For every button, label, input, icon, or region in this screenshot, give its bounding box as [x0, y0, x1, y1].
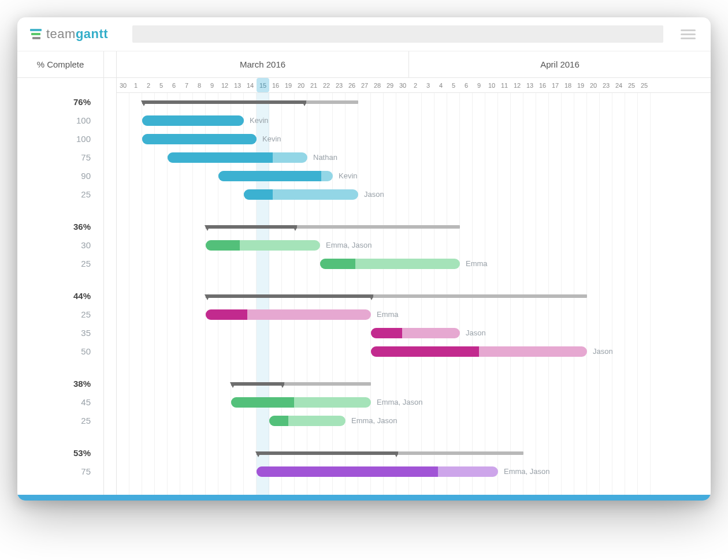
assignee-label: Emma, Jason — [326, 240, 372, 251]
task-bar[interactable]: Kevin — [218, 171, 333, 181]
header-gap — [104, 51, 117, 77]
summary-row — [117, 218, 711, 236]
task-bar-progress — [206, 309, 247, 320]
task-row: Kevin — [117, 167, 711, 185]
assignee-label: Kevin — [262, 134, 281, 144]
task-bar[interactable]: Emma, Jason — [257, 466, 498, 477]
bar-area: KevinKevinNathanKevinJasonEmma, JasonEmm… — [117, 93, 711, 495]
group-pct: 38% — [17, 375, 103, 393]
group-pct: 53% — [17, 444, 103, 462]
column-header: % Complete March 2016 April 2016 — [17, 51, 711, 78]
task-row: Emma — [117, 305, 711, 324]
task-bar[interactable]: Emma, Jason — [206, 240, 320, 251]
task-pct: 25 — [17, 255, 103, 273]
task-bar-progress — [231, 397, 294, 408]
task-row: Emma, Jason — [117, 236, 711, 255]
gap-column — [104, 78, 117, 495]
task-bar-progress — [168, 152, 273, 163]
day-header-cell: 27 — [358, 78, 371, 92]
task-pct: 30 — [17, 236, 103, 255]
pct-column: 76%10010075902536%302544%25355038%452553… — [17, 78, 104, 495]
month-header-2: April 2016 — [409, 51, 711, 77]
task-pct: 25 — [17, 185, 103, 204]
task-bar-progress — [218, 171, 321, 181]
task-bar[interactable]: Emma, Jason — [231, 397, 371, 408]
timeline[interactable]: 3012567891213141516192021222326272829302… — [117, 78, 711, 495]
assignee-label: Emma, Jason — [377, 397, 422, 408]
task-bar[interactable]: Jason — [244, 189, 358, 200]
day-header-cell: 6 — [460, 78, 473, 92]
task-bar[interactable]: Nathan — [168, 152, 307, 163]
summary-bar-remaining[interactable] — [297, 225, 460, 229]
task-row: Emma, Jason — [117, 462, 711, 481]
day-header-cell: 5 — [447, 78, 460, 92]
summary-bar-remaining[interactable] — [398, 451, 523, 455]
group-pct: 36% — [17, 218, 103, 236]
day-header-cell: 25 — [625, 78, 638, 92]
assignee-label: Emma, Jason — [504, 466, 549, 477]
topbar: teamgantt — [17, 17, 711, 51]
day-header-cell: 2 — [142, 78, 155, 92]
group-pct: 76% — [17, 93, 103, 111]
task-pct: 90 — [17, 167, 103, 185]
task-bar[interactable]: Kevin — [142, 134, 257, 144]
menu-icon[interactable] — [681, 29, 696, 39]
assignee-label: Jason — [593, 346, 613, 357]
assignee-label: Jason — [466, 328, 486, 338]
task-row: Jason — [117, 324, 711, 342]
task-row: Kevin — [117, 111, 711, 130]
task-pct: 100 — [17, 111, 103, 130]
assignee-label: Kevin — [339, 171, 358, 181]
day-header-cell: 19 — [282, 78, 295, 92]
task-bar-progress — [371, 346, 479, 357]
task-bar-progress — [257, 466, 438, 477]
summary-bar-remaining[interactable] — [284, 382, 371, 386]
task-pct: 50 — [17, 342, 103, 361]
logo[interactable]: teamgantt — [30, 27, 108, 42]
summary-row — [117, 93, 711, 111]
logo-text: teamgantt — [46, 27, 108, 42]
day-header-cell: 9 — [473, 78, 485, 92]
task-bar[interactable]: Emma — [206, 309, 371, 320]
summary-bar-remaining[interactable] — [306, 100, 358, 104]
summary-bar[interactable] — [142, 100, 306, 104]
day-header-cell: 18 — [562, 78, 574, 92]
day-header-cell: 23 — [600, 78, 612, 92]
task-row: Emma, Jason — [117, 393, 711, 412]
task-bar-progress — [320, 259, 355, 269]
task-bar[interactable]: Emma — [320, 259, 460, 269]
logo-text-a: team — [46, 27, 76, 41]
task-pct: 75 — [17, 462, 103, 481]
day-header-cell: 11 — [498, 78, 511, 92]
day-header-cell: 30 — [396, 78, 409, 92]
task-bar-progress — [244, 189, 273, 200]
day-header-cell: 7 — [180, 78, 193, 92]
task-bar[interactable]: Emma, Jason — [269, 416, 346, 426]
chart-body: 76%10010075902536%302544%25355038%452553… — [17, 78, 711, 495]
summary-bar[interactable] — [206, 294, 373, 298]
assignee-label: Kevin — [250, 115, 269, 126]
task-bar[interactable]: Kevin — [142, 115, 244, 126]
task-pct: 75 — [17, 148, 103, 167]
day-header-cell: 26 — [346, 78, 358, 92]
task-bar[interactable]: Jason — [371, 328, 460, 338]
day-header-cell: 19 — [574, 78, 587, 92]
summary-bar[interactable] — [257, 451, 398, 455]
summary-row — [117, 287, 711, 305]
task-bar-progress — [142, 134, 257, 144]
task-pct: 25 — [17, 305, 103, 324]
rows-area: KevinKevinNathanKevinJasonEmma, JasonEmm… — [117, 93, 711, 495]
app-frame: teamgantt % Complete March 2016 April 20… — [17, 17, 711, 501]
task-row: Kevin — [117, 130, 711, 148]
task-bar[interactable]: Jason — [371, 346, 587, 357]
day-header-cell: 2 — [409, 78, 422, 92]
task-pct: 25 — [17, 412, 103, 430]
task-row: Emma — [117, 255, 711, 273]
summary-bar[interactable] — [206, 225, 297, 229]
assignee-label: Emma, Jason — [351, 416, 397, 426]
day-header-cell: 22 — [320, 78, 333, 92]
summary-bar-remaining[interactable] — [373, 294, 587, 298]
bottom-glow — [17, 495, 711, 501]
summary-bar[interactable] — [231, 382, 284, 386]
day-header-cell: 4 — [434, 78, 447, 92]
